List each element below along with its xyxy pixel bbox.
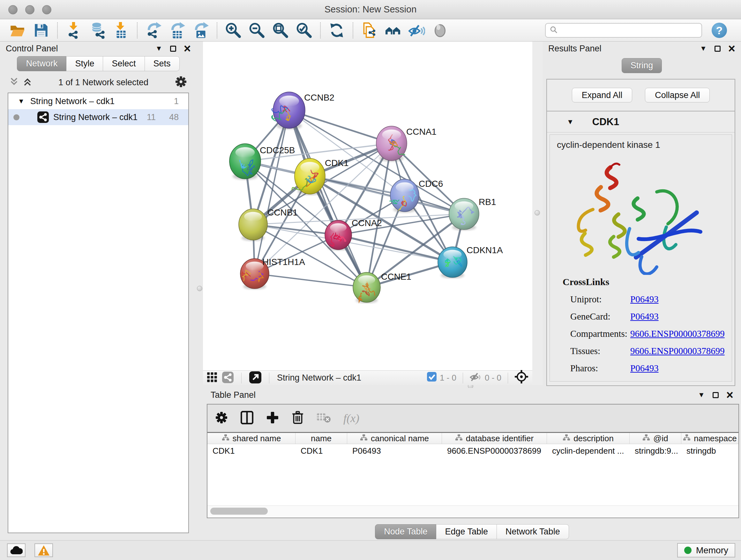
share-network-icon[interactable] xyxy=(222,372,233,384)
crosslink-link[interactable]: 9606.ENSP00000378699 xyxy=(630,328,725,339)
control-panel-menu-button[interactable]: ▼ xyxy=(155,45,162,52)
scrollbar-thumb[interactable] xyxy=(210,508,268,515)
gene-entry-header[interactable]: ▼ CDK1 xyxy=(547,111,735,132)
table-cell[interactable]: CDK1 xyxy=(207,444,295,458)
table-row[interactable]: CDK1CDK1P064939606.ENSP00000378699cyclin… xyxy=(207,444,738,458)
network-node-RB1[interactable]: RB1 xyxy=(449,197,496,231)
column-header-description[interactable]: description xyxy=(547,433,630,444)
table-cell[interactable]: 9606.ENSP00000378699 xyxy=(442,444,547,458)
warnings-button[interactable] xyxy=(35,543,53,557)
network-collection-row[interactable]: ▼ String Network – cdk1 1 xyxy=(8,93,188,109)
hidden-eye-icon[interactable] xyxy=(469,372,482,384)
network-canvas[interactable]: CCNB2 CCNA1 CDC25B CDK1 CDC6 RB1 CCNB1 C… xyxy=(203,42,532,370)
import-table-file-button[interactable] xyxy=(112,22,130,39)
search-input[interactable] xyxy=(560,25,697,36)
cloud-services-button[interactable] xyxy=(7,543,25,557)
import-network-database-button[interactable] xyxy=(89,22,106,39)
network-node-CCNB2[interactable]: CCNB2 xyxy=(272,92,334,129)
network-node-CDK1[interactable]: CDK1 xyxy=(292,158,349,195)
zoom-out-button[interactable] xyxy=(248,22,266,39)
results-panel-close-button[interactable]: × xyxy=(728,46,735,52)
save-session-button[interactable] xyxy=(32,22,50,39)
import-network-file-button[interactable] xyxy=(65,22,82,39)
maximize-window-button[interactable] xyxy=(42,5,51,14)
open-in-window-icon[interactable] xyxy=(249,371,261,385)
table-cell[interactable]: stringdb:9... xyxy=(630,444,681,458)
hide-selected-button[interactable] xyxy=(408,22,425,39)
table-horizontal-scrollbar[interactable] xyxy=(207,505,738,516)
vertical-splitter-right[interactable] xyxy=(532,42,542,388)
export-table-button[interactable] xyxy=(169,22,186,39)
network-node-CDKN1A[interactable]: CDKN1A xyxy=(438,245,503,278)
minimize-window-button[interactable] xyxy=(25,5,35,14)
selected-checkbox[interactable] xyxy=(427,372,436,384)
results-panel-float-button[interactable] xyxy=(715,46,721,52)
collection-expand-icon[interactable]: ▼ xyxy=(18,98,24,105)
tab-node-table[interactable]: Node Table xyxy=(375,524,436,539)
split-columns-icon[interactable] xyxy=(241,411,253,426)
expand-all-networks-icon[interactable] xyxy=(23,77,32,88)
zoom-fit-button[interactable] xyxy=(272,22,289,39)
network-node-HIST1H1A[interactable]: HIST1H1A xyxy=(240,257,305,290)
crosslink-label: GeneCard: xyxy=(570,311,630,322)
crosslink-link[interactable]: P06493 xyxy=(630,363,659,374)
column-header-database-identifier[interactable]: database identifier xyxy=(442,433,547,444)
column-header--id[interactable]: @id xyxy=(630,433,681,444)
zoom-in-button[interactable] xyxy=(225,22,242,39)
help-button[interactable]: ? xyxy=(712,23,727,38)
network-options-gear-icon[interactable] xyxy=(175,76,187,89)
network-row-selected[interactable]: String Network – cdk1 11 48 xyxy=(8,109,188,125)
crosslink-link[interactable]: 9606.ENSP00000378699 xyxy=(630,346,725,356)
results-panel-menu-button[interactable]: ▼ xyxy=(700,45,707,52)
table-cell[interactable]: stringdb xyxy=(681,444,739,458)
table-settings-gear-icon[interactable] xyxy=(215,411,228,425)
add-column-icon[interactable] xyxy=(266,411,279,425)
column-header-name[interactable]: name xyxy=(295,433,347,444)
gene-collapse-icon[interactable]: ▼ xyxy=(567,118,574,125)
delete-column-icon[interactable] xyxy=(292,411,304,426)
control-panel-float-button[interactable] xyxy=(170,46,176,52)
vertical-splitter-left[interactable] xyxy=(197,42,203,540)
memory-button[interactable]: Memory xyxy=(677,543,735,557)
close-window-button[interactable] xyxy=(8,5,17,14)
network-node-CCNA1[interactable]: CCNA1 xyxy=(376,126,436,162)
tab-select[interactable]: Select xyxy=(103,56,145,71)
network-edge-HIST1H1A-CCNE1[interactable] xyxy=(255,273,367,287)
new-network-from-selection-button[interactable] xyxy=(360,22,378,39)
birds-eye-grid-icon[interactable] xyxy=(207,372,218,384)
column-header-namespace[interactable]: namespace xyxy=(681,433,739,444)
column-header-shared-name[interactable]: shared name xyxy=(207,433,295,444)
refresh-button[interactable] xyxy=(328,22,345,39)
network-node-CCNE1[interactable]: CCNE1 xyxy=(353,272,411,303)
fit-selected-crosshair-icon[interactable] xyxy=(515,370,529,386)
table-cell[interactable]: P06493 xyxy=(347,444,442,458)
expand-all-button[interactable]: Expand All xyxy=(572,88,632,103)
tab-network-table[interactable]: Network Table xyxy=(497,524,569,539)
zoom-selected-button[interactable] xyxy=(295,22,313,39)
table-panel-close-button[interactable]: × xyxy=(726,392,733,398)
export-image-button[interactable] xyxy=(192,22,209,39)
tab-edge-table[interactable]: Edge Table xyxy=(436,524,497,539)
crosslink-link[interactable]: P06493 xyxy=(630,311,659,322)
splitter-handle[interactable] xyxy=(197,286,202,291)
column-header-canonical-name[interactable]: canonical name xyxy=(347,433,442,444)
table-panel-menu-button[interactable]: ▼ xyxy=(698,391,705,398)
collapse-all-networks-icon[interactable] xyxy=(10,77,18,88)
tab-string[interactable]: String xyxy=(622,58,662,73)
traffic-lights[interactable] xyxy=(8,5,51,14)
crosslink-link[interactable]: P06493 xyxy=(630,294,659,305)
tab-style[interactable]: Style xyxy=(66,56,103,71)
table-panel-float-button[interactable] xyxy=(713,392,719,398)
network-node-CCNB1[interactable]: CCNB1 xyxy=(239,207,298,241)
tab-network[interactable]: Network xyxy=(17,56,66,71)
export-network-button[interactable] xyxy=(145,22,162,39)
show-all-button[interactable] xyxy=(431,22,449,39)
table-cell[interactable]: CDK1 xyxy=(295,444,347,458)
tab-sets[interactable]: Sets xyxy=(145,56,180,71)
table-cell[interactable]: cyclin-dependent ... xyxy=(547,444,630,458)
collapse-all-button[interactable]: Collapse All xyxy=(645,88,710,103)
first-neighbors-button[interactable] xyxy=(384,22,401,39)
splitter-handle[interactable] xyxy=(535,210,540,215)
control-panel-close-button[interactable]: × xyxy=(184,46,191,52)
open-file-button[interactable] xyxy=(9,22,26,39)
